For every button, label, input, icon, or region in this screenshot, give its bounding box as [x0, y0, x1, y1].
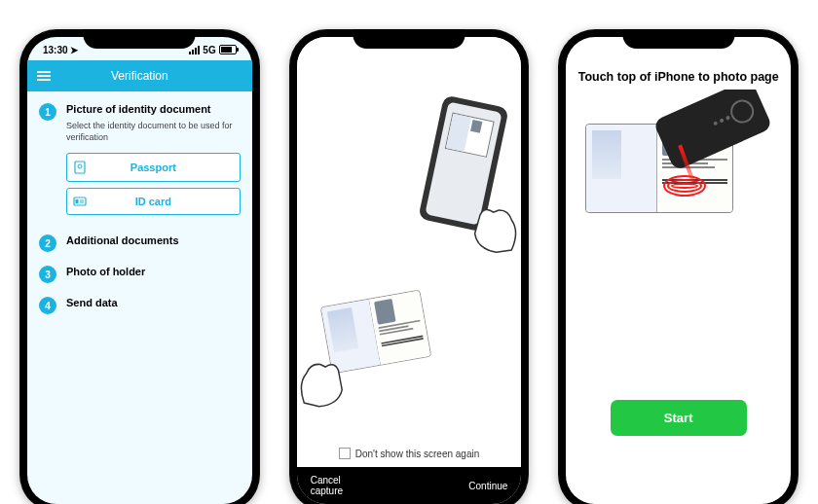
step-description: Select the identity document to be used …	[66, 121, 241, 143]
start-button[interactable]: Start	[611, 400, 747, 436]
location-icon: ➤	[70, 45, 78, 55]
step-3[interactable]: 3 Photo of holder	[39, 266, 241, 283]
step-title: Send data	[66, 297, 118, 308]
nfc-illustration	[566, 90, 791, 400]
dont-show-checkbox[interactable]	[339, 448, 351, 459]
svg-point-1	[78, 164, 82, 168]
passport-label: Passport	[93, 162, 240, 173]
passport-button[interactable]: Passport	[66, 153, 241, 182]
step-4[interactable]: 4 Send data	[39, 297, 241, 314]
phone-mockup-2: Don't show this screen again Cancelcaptu…	[289, 29, 530, 504]
step-2[interactable]: 2 Additional documents	[39, 234, 241, 252]
status-time: 13:30	[43, 45, 68, 55]
capture-illustration	[297, 37, 522, 440]
dont-show-row[interactable]: Don't show this screen again	[297, 440, 522, 467]
bottom-bar: Cancelcapture Continue	[297, 467, 522, 504]
illustration-hand-left	[297, 340, 363, 414]
step-title: Photo of holder	[66, 266, 145, 277]
phone-mockup-1: 13:30 ➤ 5G Verification 1 Picture of ide…	[19, 29, 260, 504]
app-header: Verification	[27, 60, 252, 91]
network-label: 5G	[203, 45, 215, 55]
phone-mockup-3: Touch top of iPhone to photo page Start	[558, 29, 799, 504]
battery-icon	[219, 45, 237, 54]
idcard-icon	[67, 197, 93, 206]
illustration-hand-right	[453, 182, 522, 261]
header-title: Verification	[27, 69, 252, 83]
illustration-nfc-target	[663, 175, 706, 197]
step-number: 4	[39, 297, 56, 314]
svg-rect-3	[76, 199, 79, 203]
svg-rect-0	[75, 162, 85, 173]
idcard-button[interactable]: ID card	[66, 188, 241, 215]
step-title: Picture of identity document	[66, 103, 241, 115]
idcard-label: ID card	[93, 196, 240, 207]
phone-notch	[84, 29, 196, 49]
phone-notch	[353, 29, 465, 49]
step-number: 3	[39, 266, 56, 283]
step-number: 1	[39, 103, 56, 121]
continue-button[interactable]: Continue	[468, 481, 507, 491]
menu-icon[interactable]	[37, 71, 51, 81]
step-number: 2	[39, 234, 56, 252]
signal-icon	[189, 46, 200, 54]
step-title: Additional documents	[66, 234, 179, 246]
passport-icon	[67, 161, 93, 174]
step-1: 1 Picture of identity document Select th…	[39, 103, 241, 221]
dont-show-label: Don't show this screen again	[355, 449, 480, 459]
cancel-capture-button[interactable]: Cancelcapture	[311, 475, 343, 496]
phone-notch	[622, 29, 734, 49]
